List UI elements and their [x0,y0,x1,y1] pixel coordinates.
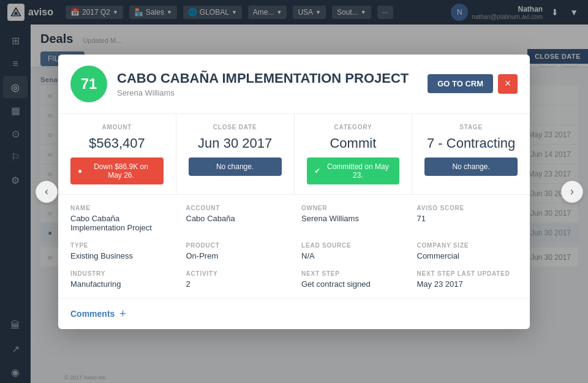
chevron-right-icon: › [570,185,574,198]
prev-deal-button[interactable]: ‹ [36,181,58,203]
detail-name: NAME Cabo Cabaña Implementation Project [70,205,172,232]
stat-stage: STAGE 7 - Contracting No change. [412,114,530,194]
detail-next-step-updated: NEXT STEP LAST UPDATED May 23 2017 [417,270,518,289]
deal-detail-modal: 71 CABO CABAÑA IMPLEMENTATION PROJECT Se… [58,55,530,329]
comments-section: Comments + [58,298,530,329]
close-modal-button[interactable]: × [498,74,518,94]
modal-header: 71 CABO CABAÑA IMPLEMENTATION PROJECT Se… [58,55,530,114]
stat-amount: AMOUNT $563,407 ● Down $86.9K on May 26. [58,114,176,194]
stat-close-date: CLOSE DATE Jun 30 2017 No change. [176,114,295,194]
detail-owner: OWNER Serena Williams [301,205,402,232]
chevron-left-icon: ‹ [45,185,48,198]
detail-product: PRODUCT On-Prem [186,242,287,260]
close-date-change-badge: No change. [189,157,282,176]
modal-stats-row: AMOUNT $563,407 ● Down $86.9K on May 26.… [58,114,530,195]
detail-next-step: NEXT STEP Get contract signed [301,270,402,289]
detail-account: ACCOUNT Cabo Cabaña [186,205,287,232]
detail-industry: INDUSTRY Manufacturing [70,270,172,289]
stat-category: CATEGORY Commit ✔ Committed on May 23. [295,114,413,194]
modal-actions: GO TO CRM × [428,74,518,94]
modal-overlay[interactable]: ‹ 71 CABO CABAÑA IMPLEMENTATION PROJECT … [0,0,588,383]
aviso-score-circle: 71 [70,66,107,102]
category-change-badge: ✔ Committed on May 23. [307,157,400,184]
check-icon: ✔ [314,167,320,175]
modal-details-grid: NAME Cabo Cabaña Implementation Project … [58,195,530,298]
stage-change-badge: No change. [424,157,518,176]
amount-change-badge: ● Down $86.9K on May 26. [70,157,164,184]
comments-label: Comments [70,309,115,319]
next-deal-button[interactable]: › [561,181,583,203]
detail-aviso-score: AVISO SCORE 71 [417,205,518,232]
detail-lead-source: LEAD SOURCE N/A [301,242,402,260]
go-to-crm-button[interactable]: GO TO CRM [428,74,493,93]
modal-title-area: CABO CABAÑA IMPLEMENTATION PROJECT Seren… [117,70,418,97]
detail-type: TYPE Existing Business [70,242,172,260]
detail-activity: ACTIVITY 2 [186,270,287,289]
down-icon: ● [78,167,82,175]
add-comment-button[interactable]: + [119,308,126,320]
modal-deal-title: CABO CABAÑA IMPLEMENTATION PROJECT [117,70,418,86]
detail-company-size: COMPANY SIZE Commercial [417,242,518,260]
modal-deal-owner: Serena Williams [117,88,418,97]
